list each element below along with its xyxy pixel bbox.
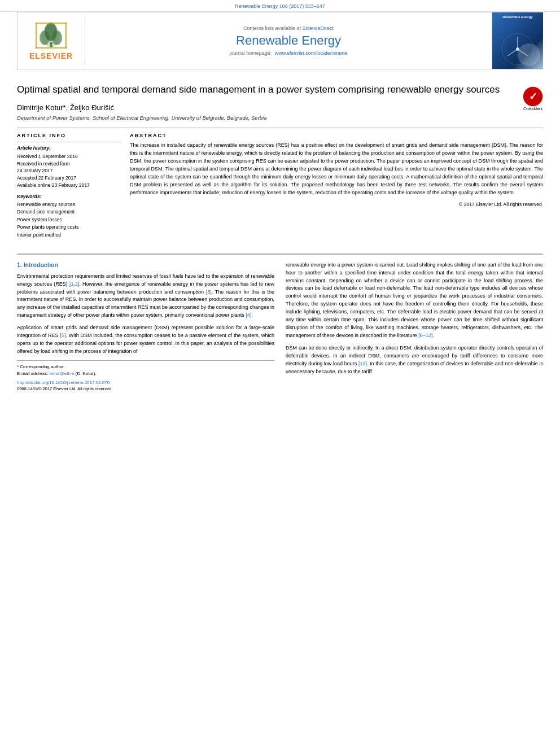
- svg-point-13: [516, 47, 519, 51]
- journal-reference: Renewable Energy 108 (2017) 533–547: [0, 0, 560, 12]
- keywords-heading: Keywords:: [17, 194, 121, 199]
- divider: [17, 142, 121, 142]
- article-info-column: Article Info Article history: Received 1…: [17, 133, 121, 239]
- article-info-abstract-section: Article Info Article history: Received 1…: [17, 128, 543, 239]
- online-date: Available online 23 February 2017: [17, 182, 121, 189]
- footnote-area: * Corresponding author. E-mail address: …: [17, 360, 274, 391]
- svg-rect-7: [36, 22, 37, 48]
- journal-cover-image: Renewable Energy: [492, 12, 543, 69]
- keyword-item: Demand side management: [17, 208, 121, 216]
- intro-heading: 1. Introduction: [17, 261, 274, 268]
- article-title-section: Optimal spatial and temporal demand side…: [17, 75, 543, 121]
- svg-rect-8: [65, 22, 67, 48]
- content-area: Optimal spatial and temporal demand side…: [0, 69, 560, 245]
- journal-ref-text: Renewable Energy 108 (2017) 533–547: [235, 3, 325, 9]
- authors: Dimitrije Kotur*, Željko Đurišić: [17, 103, 514, 112]
- intro-para2: Application of smart grids and demand si…: [17, 324, 274, 356]
- body-left-col: 1. Introduction Environmental protection…: [17, 261, 274, 391]
- svg-line-11: [518, 49, 528, 56]
- copyright: © 2017 Elsevier Ltd. All rights reserved…: [130, 202, 543, 207]
- journal-cover: Renewable Energy: [492, 12, 542, 69]
- abstract-column: Abstract The increase in installed capac…: [130, 133, 543, 239]
- revised-label: Received in revised form: [17, 160, 121, 168]
- issn-text: 0960-1481/© 2017 Elsevier Ltd. All right…: [17, 386, 274, 391]
- cover-title: Renewable Energy: [502, 15, 532, 19]
- intro-para3: renewable energy into a power system is …: [286, 261, 543, 340]
- cover-graphic: [501, 32, 535, 66]
- body-columns: 1. Introduction Environmental protection…: [0, 261, 560, 391]
- svg-line-12: [508, 49, 518, 56]
- crossmark-label: CrossMark: [523, 107, 542, 111]
- svg-text:✓: ✓: [529, 91, 537, 102]
- keyword-item: Interior point method: [17, 231, 121, 239]
- accepted-date: Accepted 22 February 2017: [17, 174, 121, 182]
- keyword-item: Power system losses: [17, 216, 121, 224]
- abstract-label: Abstract: [130, 133, 543, 138]
- keywords-list: Renewable energy sourcesDemand side mana…: [17, 201, 121, 239]
- intro-para4: DSM can be done directly or indirectly. …: [286, 344, 543, 376]
- affiliation: Department of Power Systems, School of E…: [17, 115, 514, 121]
- keyword-item: Power plants operating costs: [17, 224, 121, 231]
- article-history-heading: Article history:: [17, 145, 121, 151]
- body-right-col: renewable energy into a power system is …: [286, 261, 543, 391]
- sciencedirect-line: Contents lists available at ScienceDirec…: [91, 25, 486, 31]
- article-title-text-area: Optimal spatial and temporal demand side…: [17, 84, 514, 121]
- article-info-label: Article Info: [17, 133, 121, 138]
- elsevier-logo: ELSEVIER: [29, 21, 73, 60]
- svg-rect-5: [36, 22, 67, 24]
- homepage-line: journal homepage: www.elsevier.com/locat…: [91, 50, 486, 56]
- elsevier-logo-area: ELSEVIER: [18, 17, 85, 65]
- footnote-corresponding: * Corresponding author.: [17, 364, 274, 370]
- crossmark-icon: ✓: [523, 86, 543, 107]
- crossmark-badge[interactable]: ✓ CrossMark: [523, 86, 543, 111]
- revised-date: 24 January 2017: [17, 167, 121, 174]
- svg-point-4: [45, 22, 57, 41]
- footnote-email: E-mail address: kotur@etf.rs (D. Kotur).: [17, 370, 274, 377]
- email-link[interactable]: kotur@etf.rs: [50, 371, 75, 376]
- elsevier-wordmark: ELSEVIER: [29, 51, 73, 60]
- intro-para1: Environmental protection requirements an…: [17, 273, 274, 320]
- abstract-text: The increase in installed capacity of re…: [130, 142, 543, 197]
- doi-link[interactable]: http://dx.doi.org/10.1016/j.renene.2017.…: [17, 380, 274, 385]
- journal-header-center: Contents lists available at ScienceDirec…: [85, 20, 492, 62]
- body-divider: [17, 254, 543, 255]
- elsevier-tree-icon: [33, 21, 69, 50]
- keyword-item: Renewable energy sources: [17, 201, 121, 209]
- journal-title: Renewable Energy: [91, 33, 486, 48]
- journal-header: ELSEVIER Contents lists available at Sci…: [17, 12, 543, 69]
- article-title: Optimal spatial and temporal demand side…: [17, 84, 514, 97]
- svg-rect-6: [36, 47, 67, 49]
- received-date: Received 1 September 2016: [17, 153, 121, 160]
